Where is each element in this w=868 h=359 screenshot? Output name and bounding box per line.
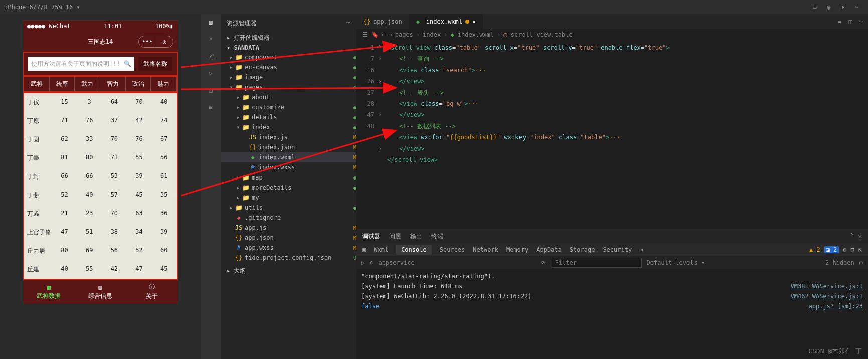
files-icon[interactable]: ▤ (205, 16, 217, 28)
tree-item-index[interactable]: ▾📁index● (221, 122, 356, 132)
tree-item-customize[interactable]: ▸📁customize● (221, 102, 356, 112)
dtab-console[interactable]: Console (396, 245, 432, 255)
bottom-nav[interactable]: ▦武将数据 ▤综合信息 ⓘ关于 (23, 280, 178, 304)
device-label[interactable]: iPhone 6/7/8 75% 16 ▾ (4, 4, 80, 11)
console-log[interactable]: "component/star-rating/star-rating").[sy… (356, 269, 868, 359)
table-row[interactable]: 丘力居8069565260 (24, 242, 177, 260)
outline-section[interactable]: ▸ 大纲 (221, 266, 356, 276)
tree-item-index.wxml[interactable]: ◆index.wxmlM (221, 152, 356, 162)
tree-item-map[interactable]: ▸📁map● (221, 172, 356, 183)
editor-tabs[interactable]: {}app.json◆index.wxml ✕ ⇋ ◫ ⋯ (356, 14, 868, 29)
tree-item-about[interactable]: ▸📁about (221, 92, 356, 102)
table-header-cell[interactable]: 武力 (75, 77, 100, 91)
table-row[interactable]: 上官子脩4751383439 (24, 223, 177, 242)
table-header-cell[interactable]: 武将 (24, 77, 50, 91)
tree-item-utils[interactable]: ▸📁utils● (221, 203, 356, 213)
console-gear-icon[interactable]: ⚙ (859, 259, 863, 266)
split-icon[interactable]: ◫ (849, 18, 852, 25)
mute-icon[interactable]: 🕨 (836, 0, 850, 14)
nav-about[interactable]: ⓘ关于 (126, 280, 178, 304)
inspect-icon[interactable]: ▣ (362, 246, 366, 253)
file-tree[interactable]: 资源管理器⋯ ▸ 打开的编辑器 ▾ SANDATA ▸📁component●▸📁… (221, 14, 356, 359)
table-row[interactable]: 丁固6233707667 (24, 130, 177, 149)
crumb[interactable]: ▢ scroll-view.table (503, 31, 572, 38)
tree-item-app.js[interactable]: JSapp.jsM (221, 223, 356, 233)
tree-item-component[interactable]: ▸📁component● (221, 52, 356, 62)
log-row[interactable]: falseapp.js? [sm]:23 (361, 301, 863, 311)
popout-icon[interactable]: ⇱ (858, 246, 862, 253)
ch-up-icon[interactable]: ˄ (850, 233, 853, 240)
tree-item-my[interactable]: ▸📁my (221, 193, 356, 203)
ext-icon[interactable]: ⊞ (205, 101, 217, 113)
table-header-cell[interactable]: 智力 (100, 77, 126, 91)
dtab-storage[interactable]: Storage (570, 246, 595, 253)
back-icon[interactable]: ← (382, 31, 385, 38)
editor-tab[interactable]: {}app.json (356, 14, 409, 29)
filter-input[interactable] (552, 258, 642, 268)
table-row[interactable]: 万彧2123706336 (24, 205, 177, 223)
tree-item-index.wxss[interactable]: #index.wxssM (221, 162, 356, 172)
table-row[interactable]: 丁封6666533961 (24, 167, 177, 186)
table-row[interactable]: 丁奉8180715556 (24, 149, 177, 167)
plugin-icon[interactable]: ◫ (205, 84, 217, 96)
code-content[interactable]: <scroll-view class="table" scroll-x="tru… (378, 40, 868, 229)
tree-item-app.json[interactable]: {}app.jsonM (221, 233, 356, 243)
dtab-network[interactable]: Network (473, 246, 498, 253)
fold-gutter[interactable]: ˅›››› (378, 42, 386, 177)
clear-icon[interactable]: ⊘ (370, 259, 373, 266)
code-area[interactable]: 17162627284748 ˅›››› <scroll-view class=… (356, 40, 868, 229)
tree-item-index.js[interactable]: JSindex.jsM (221, 132, 356, 142)
capsule-menu-icon[interactable]: ••• (139, 36, 156, 47)
dock-icon[interactable]: ⊟ (851, 246, 854, 253)
tree-item-.gitignore[interactable]: ◆.gitignore (221, 213, 356, 223)
table-row[interactable]: 丁原7176374274 (24, 112, 177, 130)
open-editors-section[interactable]: ▸ 打开的编辑器 (221, 33, 356, 43)
close-icon[interactable]: ✕ (858, 233, 862, 240)
tab-debugger[interactable]: 调试器 (362, 232, 380, 241)
capsule[interactable]: •••◎ (138, 36, 173, 48)
play-icon[interactable]: ▷ (361, 259, 365, 266)
table-header-cell[interactable]: 统率 (50, 77, 75, 91)
root-section[interactable]: ▾ SANDATA (221, 43, 356, 52)
log-row[interactable]: "component/star-rating/star-rating"). (361, 271, 863, 281)
tree-item-details[interactable]: ▸📁details● (221, 112, 356, 122)
compare-icon[interactable]: ⇋ (838, 18, 841, 25)
device-frame-icon[interactable]: ▭ (808, 0, 822, 14)
search-type-button[interactable]: 武将名称 (138, 57, 172, 71)
crumb[interactable]: index (423, 31, 441, 38)
capsule-close-icon[interactable]: ◎ (156, 36, 173, 47)
dtab-wxml[interactable]: Wxml (374, 246, 388, 253)
more-actions-icon[interactable]: ⋯ (859, 18, 863, 25)
breadcrumbs[interactable]: ☰ 🔖 ← → pages›index›◆ index.wxml›▢ scrol… (356, 29, 868, 40)
dtab-security[interactable]: Security (603, 246, 632, 253)
dtab-sources[interactable]: Sources (440, 246, 465, 253)
search-act-icon[interactable]: ⌕ (205, 33, 217, 45)
scm-icon[interactable]: ⎇ (205, 50, 217, 62)
panel-tabs[interactable]: 调试器 问题 输出 终端 ˄ ✕ (356, 229, 868, 243)
console-toolbar[interactable]: ▷ ⊘ appservice 👁 Default levels ▾ 2 hidd… (356, 256, 868, 269)
devtools-tabs[interactable]: ▣ Wxml Console Sources Network Memory Ap… (356, 243, 868, 256)
gear-icon[interactable]: ⚙ (843, 246, 846, 253)
crumb[interactable]: pages (395, 31, 413, 38)
bookmark-icon[interactable]: ☰ 🔖 (362, 31, 379, 38)
nav-info[interactable]: ▤综合信息 (75, 280, 126, 304)
tree-item-ec-canvas[interactable]: ▸📁ec-canvas● (221, 62, 356, 72)
fwd-icon[interactable]: → (388, 31, 392, 38)
record-icon[interactable]: ◉ (822, 0, 836, 14)
table-row[interactable]: 丁仪153647040 (24, 93, 177, 112)
dtab-memory[interactable]: Memory (506, 246, 528, 253)
log-row[interactable]: [system] Launch Time: 618 msVM381 WAServ… (361, 281, 863, 291)
tree-item-image[interactable]: ▸📁image● (221, 72, 356, 82)
table-row[interactable]: 丁斐5240574535 (24, 186, 177, 205)
tree-item-fide.project.config.json[interactable]: {}fide.project.config.jsonU (221, 253, 356, 263)
tab-terminal[interactable]: 终端 (431, 232, 443, 241)
crumb[interactable]: ◆ index.wxml (450, 31, 494, 38)
eye-icon[interactable]: 👁 (541, 259, 547, 266)
tree-item-moreDetails[interactable]: ▸📁moreDetails● (221, 183, 356, 193)
hidden-count[interactable]: 2 hidden (825, 259, 854, 266)
context-select[interactable]: appservice (378, 259, 414, 266)
log-row[interactable]: [system] WeChatLib: 2.26.0 (2022.8.31 17… (361, 291, 863, 301)
table-row[interactable]: 丘建4055424745 (24, 260, 177, 279)
table-body[interactable]: 丁仪153647040丁原7176374274丁固6233707667丁奉818… (23, 92, 178, 280)
tree-item-pages[interactable]: ▾📁pages● (221, 82, 356, 92)
